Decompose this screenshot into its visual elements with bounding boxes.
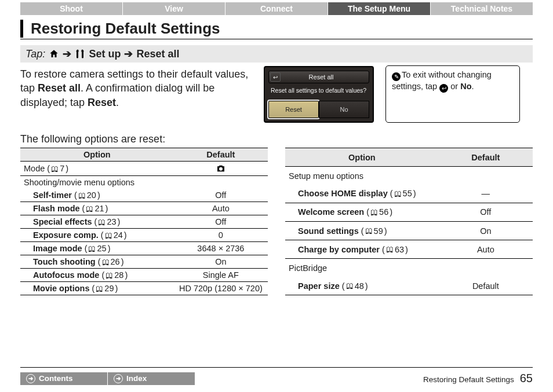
opt-label: Special effects — [33, 217, 92, 226]
opt-default: Single AF — [174, 269, 268, 282]
body-text-reset: Reset — [88, 97, 116, 108]
device-titlebar-text: Reset all — [274, 74, 369, 80]
opt-page: 24 — [114, 230, 123, 240]
footer-contents-label: Contents — [39, 374, 73, 383]
options-table-right: Option Default Setup menu options Choose… — [285, 148, 533, 295]
camera-icon — [216, 163, 226, 174]
opt-page: 63 — [395, 245, 404, 254]
footer-section-name: Restoring Default Settings — [423, 375, 514, 384]
book-icon: 🕮 — [88, 245, 96, 252]
opt-default: On — [174, 255, 268, 269]
opt-default: On — [439, 221, 533, 240]
note-text-3: . — [472, 82, 474, 91]
table-row: Self-timer (🕮 20)Off — [20, 189, 268, 202]
body-text-3: . — [116, 97, 119, 108]
tab-setup-menu[interactable]: The Setup Menu — [328, 2, 430, 15]
wrench-icon — [75, 49, 85, 59]
th-option: Option — [285, 148, 439, 167]
device-reset-button: Reset — [268, 101, 319, 118]
tab-connect[interactable]: Connect — [225, 2, 328, 15]
group-shooting: Shooting/movie menu options — [20, 176, 268, 189]
opt-default: Auto — [174, 202, 268, 215]
opt-page: 59 — [374, 226, 383, 236]
note-no: No — [460, 82, 471, 91]
table-row: Charge by computer (🕮 63)Auto — [285, 240, 533, 259]
tap-path: Tap: ➔ Set up ➔ Reset all — [20, 45, 533, 63]
title-rule — [20, 39, 533, 39]
opt-default: Default — [439, 277, 533, 295]
opt-label: Welcome screen — [298, 207, 364, 217]
tab-technical-notes[interactable]: Technical Notes — [431, 2, 533, 15]
opt-page: 20 — [87, 190, 96, 200]
arrow-circle-icon: ➜ — [26, 374, 35, 383]
opt-page: 25 — [97, 244, 106, 253]
footer-page-number: 65 — [520, 372, 533, 385]
table-row: Special effects (🕮 23)Off — [20, 215, 268, 229]
book-icon: 🕮 — [394, 190, 402, 197]
group-setup-menu: Setup menu options — [285, 167, 533, 185]
opt-default: Off — [174, 189, 268, 202]
page-title: Restoring Default Settings — [20, 20, 533, 38]
tab-view[interactable]: View — [123, 2, 225, 15]
book-icon: 🕮 — [370, 208, 378, 216]
opt-page: 48 — [355, 281, 364, 291]
book-icon: 🕮 — [365, 227, 373, 235]
home-icon — [49, 49, 59, 59]
th-default: Default — [439, 148, 533, 167]
footer-rule — [20, 367, 533, 368]
book-icon: 🕮 — [346, 282, 354, 290]
opt-label: Exposure comp. — [33, 230, 99, 240]
device-dialog-message: Reset all settings to default values? — [268, 87, 369, 94]
opt-page: 21 — [94, 204, 104, 213]
opt-page: 26 — [111, 257, 120, 266]
opt-label: Charge by computer — [298, 245, 380, 254]
arrow-circle-icon: ➜ — [114, 374, 123, 383]
note-box: ✎To exit without changing settings, tap … — [385, 65, 520, 123]
opt-default: 0 — [174, 229, 268, 242]
table-row: Exposure comp. (🕮 24)0 — [20, 229, 268, 242]
opt-label: Movie options — [33, 284, 89, 293]
opt-page: 29 — [104, 284, 114, 293]
table-intro: The following options are reset: — [20, 133, 533, 145]
footer-index-label: Index — [126, 374, 147, 383]
book-icon: 🕮 — [105, 232, 112, 239]
tab-shoot[interactable]: Shoot — [20, 2, 122, 15]
options-table-left: Option Default Mode (🕮 7) Shooting/movie… — [20, 148, 268, 295]
opt-mode-default — [174, 162, 268, 176]
opt-default: Off — [174, 215, 268, 229]
arrow-right-icon: ➔ — [63, 47, 71, 60]
group-pictbridge: PictBridge — [285, 259, 533, 277]
body-text-reset-all: Reset all — [38, 82, 81, 94]
opt-label: Paper size — [298, 281, 340, 291]
opt-label: Touch shooting — [33, 257, 96, 266]
book-icon: 🕮 — [386, 246, 394, 253]
opt-default: HD 720p (1280 × 720) — [174, 282, 268, 295]
doc-tab-bar: Shoot View Connect The Setup Menu Techni… — [20, 2, 533, 15]
table-row: Choose HOME display (🕮 55)— — [285, 185, 533, 203]
table-row: Movie options (🕮 29)HD 720p (1280 × 720) — [20, 282, 268, 295]
opt-default: 3648 × 2736 — [174, 242, 268, 255]
table-row: Mode (🕮 7) — [20, 162, 174, 176]
opt-label: Sound settings — [298, 226, 359, 236]
table-row: Autofocus mode (🕮 28)Single AF — [20, 269, 268, 282]
tap-label: Tap: — [26, 48, 45, 60]
book-icon: 🕮 — [86, 205, 93, 213]
device-screenshot: ↩ Reset all Reset all settings to defaul… — [264, 66, 374, 123]
footer-index-link[interactable]: ➜ Index — [108, 372, 195, 385]
opt-label: Flash mode — [33, 204, 80, 213]
opt-default: Off — [439, 203, 533, 221]
book-icon: 🕮 — [105, 272, 113, 279]
opt-default: — — [439, 185, 533, 203]
device-no-button: No — [319, 101, 369, 118]
table-row: Welcome screen (🕮 56)Off — [285, 203, 533, 221]
opt-label: Self-timer — [33, 190, 72, 200]
footer-contents-link[interactable]: ➜ Contents — [20, 372, 107, 385]
opt-page: 23 — [107, 217, 116, 226]
tap-setup-text: Set up — [89, 48, 121, 60]
opt-page: 55 — [403, 189, 412, 198]
table-row: Image mode (🕮 25)3648 × 2736 — [20, 242, 268, 255]
opt-label: Choose HOME display — [298, 189, 388, 198]
opt-mode-label: Mode — [24, 164, 45, 173]
back-button-icon: ↩ — [439, 84, 448, 93]
book-icon: 🕮 — [98, 218, 105, 226]
